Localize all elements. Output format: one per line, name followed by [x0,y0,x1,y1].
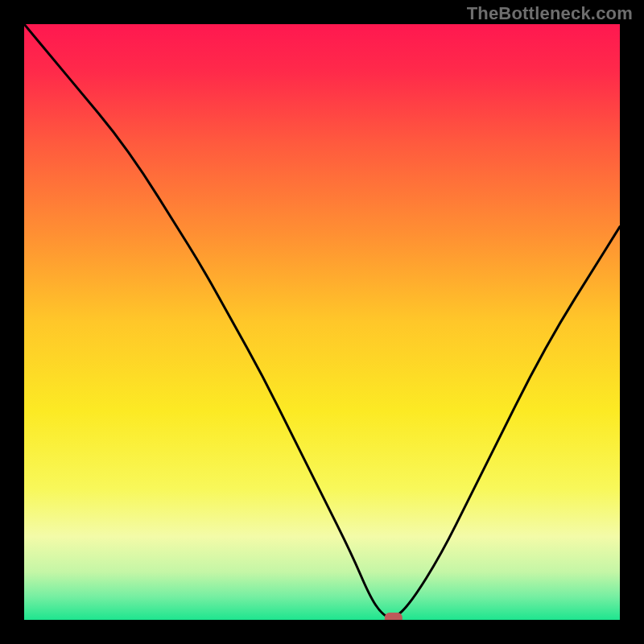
watermark-text: TheBottleneck.com [467,3,633,24]
chart-frame: TheBottleneck.com [0,0,644,644]
optimal-point-marker [385,613,402,620]
bottleneck-chart [24,24,620,620]
plot-area [24,24,620,620]
gradient-background [24,24,620,620]
